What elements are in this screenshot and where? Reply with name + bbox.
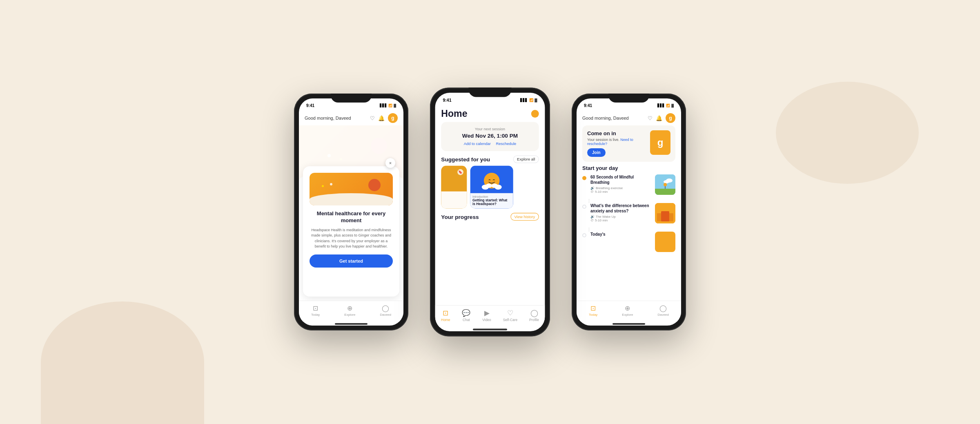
content-info-today: Today's bbox=[590, 232, 651, 238]
screen-content-1: between anxiety and stress? The Wake Up … bbox=[299, 125, 403, 301]
screen-scroll-3[interactable]: Come on in Your session is live. Need to… bbox=[577, 125, 681, 301]
nav-explore-1[interactable]: ⊕ Explore bbox=[344, 304, 355, 317]
session-card: Your next session Wed Nov 26, 1:00 PM Ad… bbox=[441, 122, 539, 151]
content-dot-today bbox=[582, 233, 586, 237]
bell-icon-1[interactable]: 🔔 bbox=[378, 115, 385, 121]
svg-point-4 bbox=[491, 183, 498, 188]
profile-label-3: Daveed bbox=[657, 313, 669, 317]
heart-icon-1[interactable]: ♡ bbox=[370, 115, 375, 121]
modal-dot2 bbox=[322, 185, 324, 187]
timeline-divider-1 bbox=[589, 199, 675, 203]
nav-profile-3[interactable]: ◯ Daveed bbox=[657, 304, 669, 317]
home-indicator-3 bbox=[612, 323, 645, 325]
content-info-anxiety: What's the difference between anxiety an… bbox=[590, 203, 651, 222]
content-row-today[interactable]: Today's bbox=[582, 232, 675, 252]
content-row-breathing[interactable]: 60 Seconds of Mindful Breathing 🔊 Breath… bbox=[582, 174, 675, 195]
signal-icon-1: ▋▋▋ bbox=[380, 104, 387, 107]
video-label-2: Video bbox=[482, 318, 491, 321]
nav-video-2[interactable]: ▶ Video bbox=[482, 309, 491, 322]
suggested-card-partial[interactable]: 🔖 bbox=[441, 166, 467, 209]
home-indicator-1 bbox=[335, 323, 368, 325]
get-started-button[interactable]: Get started bbox=[310, 254, 393, 268]
modal-wave bbox=[310, 193, 393, 205]
profile-label-2: Profile bbox=[529, 318, 539, 321]
explore-all-button[interactable]: Explore all bbox=[513, 155, 539, 163]
status-time-2: 9:41 bbox=[443, 98, 452, 103]
nav-profile-2[interactable]: ◯ Profile bbox=[529, 309, 539, 322]
content-dot-anxiety bbox=[582, 205, 586, 209]
chat-label-2: Chat bbox=[463, 318, 470, 321]
modal-hero-image bbox=[310, 173, 393, 205]
suggested-card-intro: Introduction bbox=[472, 195, 511, 198]
nav-today-3[interactable]: ⊡ Today bbox=[589, 304, 597, 317]
today-content-title: Today's bbox=[590, 232, 651, 237]
home-title-row: Home bbox=[441, 108, 539, 119]
status-icons-1: ▋▋▋ 📶 ▓ bbox=[380, 104, 396, 107]
chat-icon-2: 💬 bbox=[462, 309, 470, 317]
reschedule-link[interactable]: Reschedule bbox=[496, 142, 516, 146]
breathing-type: Breathing exercise bbox=[596, 186, 623, 190]
breathing-time-icon: ⏱ bbox=[590, 190, 594, 194]
nav-explore-3[interactable]: ⊕ Explore bbox=[622, 304, 633, 317]
screen-3: 9:41 ▋▋▋ 📶 ▓ Good morning, Daveed ♡ 🔔 g bbox=[577, 98, 681, 326]
nav-chat-2[interactable]: 💬 Chat bbox=[462, 309, 470, 322]
app-header-1: Good morning, Daveed ♡ 🔔 g bbox=[299, 110, 403, 125]
join-button[interactable]: Join bbox=[587, 148, 606, 157]
suggested-card-main[interactable]: Introduction Getting started: What is He… bbox=[470, 166, 513, 209]
modal-description: Headspace Health is meditation and mindf… bbox=[310, 228, 393, 250]
anxiety-duration: 5-10 min bbox=[595, 219, 608, 222]
greeting-3: Good morning, Daveed bbox=[582, 116, 629, 121]
nav-profile-1[interactable]: ◯ Daveed bbox=[380, 304, 391, 317]
status-time-1: 9:41 bbox=[306, 103, 314, 108]
suggested-header: Suggested for you Explore all bbox=[435, 155, 545, 165]
nav-today-1[interactable]: ⊡ Today bbox=[311, 304, 320, 317]
heart-icon-3[interactable]: ♡ bbox=[648, 115, 653, 121]
breathing-title: 60 Seconds of Mindful Breathing bbox=[590, 174, 651, 185]
content-info-breathing: 60 Seconds of Mindful Breathing 🔊 Breath… bbox=[590, 174, 651, 194]
ginger-avatar: g bbox=[650, 130, 670, 155]
modal-dot1 bbox=[330, 183, 332, 185]
profile-label-1: Daveed bbox=[380, 313, 391, 317]
avatar-3[interactable]: g bbox=[666, 113, 675, 123]
anxiety-type: The Wake Up bbox=[596, 215, 616, 219]
bell-icon-3[interactable]: 🔔 bbox=[656, 115, 662, 121]
start-day-title: Start your day bbox=[582, 165, 675, 171]
suggested-card-label: Introduction Getting started: What is He… bbox=[470, 193, 513, 209]
progress-section: Your progress View history bbox=[435, 213, 545, 224]
nav-home-2[interactable]: ⊡ Home bbox=[441, 309, 450, 322]
nav-selfcare-2[interactable]: ♡ Self-Care bbox=[503, 309, 517, 322]
anxiety-time: ⏱ 5-10 min bbox=[590, 219, 651, 222]
today-label-1: Today bbox=[311, 313, 320, 317]
bg-decoration-right bbox=[776, 82, 919, 184]
breathing-illustration bbox=[655, 174, 675, 195]
screen-scroll-2[interactable]: Your next session Wed Nov 26, 1:00 PM Ad… bbox=[435, 122, 545, 305]
svg-point-9 bbox=[664, 183, 667, 186]
app-header-2: Home bbox=[435, 105, 545, 122]
today-icon-3: ⊡ bbox=[590, 304, 596, 312]
anxiety-title: What's the difference between anxiety an… bbox=[590, 203, 651, 214]
modal-close-button[interactable]: × bbox=[385, 158, 395, 168]
svg-point-7 bbox=[664, 180, 669, 183]
home-label-2: Home bbox=[441, 318, 450, 321]
sun-face-illustration bbox=[481, 170, 503, 192]
live-card-content: Come on in Your session is live. Need to… bbox=[587, 130, 650, 157]
anxiety-meta: 🔊 The Wake Up bbox=[590, 215, 651, 219]
add-to-calendar-link[interactable]: Add to calendar bbox=[464, 142, 491, 146]
anxiety-illustration bbox=[655, 203, 675, 223]
notch-2 bbox=[469, 88, 512, 97]
breathing-duration: 5-10 min bbox=[595, 190, 608, 194]
progress-title: Your progress bbox=[441, 214, 479, 220]
suggested-scroll: 🔖 bbox=[435, 166, 545, 213]
live-card-subtitle: Your session is live. Need to reschedule… bbox=[587, 138, 650, 146]
profile-icon-3: ◯ bbox=[659, 304, 667, 312]
explore-label-3: Explore bbox=[622, 313, 633, 317]
avatar-1[interactable]: g bbox=[388, 113, 398, 123]
content-row-anxiety[interactable]: What's the difference between anxiety an… bbox=[582, 203, 675, 223]
phone-1: 9:41 ▋▋▋ 📶 ▓ Good morning, Daveed ♡ 🔔 g bbox=[294, 94, 408, 330]
session-actions: Add to calendar Reschedule bbox=[446, 142, 534, 146]
phone-2: 9:41 ▋▋▋ 📶 ▓ Home Your next session bbox=[430, 88, 550, 337]
view-history-button[interactable]: View history bbox=[510, 213, 539, 221]
greeting-1: Good morning, Daveed bbox=[305, 116, 351, 121]
breathing-thumbnail bbox=[655, 174, 675, 195]
bottom-nav-1: ⊡ Today ⊕ Explore ◯ Daveed bbox=[299, 301, 403, 321]
